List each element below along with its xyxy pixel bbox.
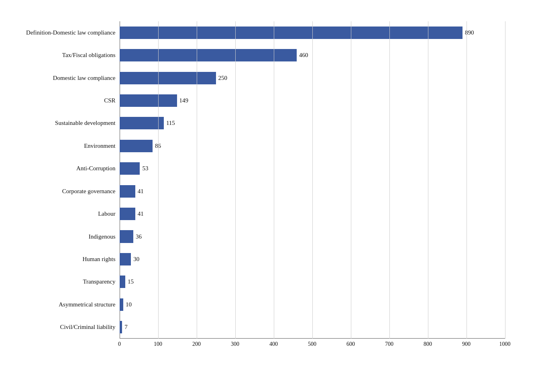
bar-value: 41: [138, 210, 144, 217]
bar-fill: [120, 230, 134, 243]
bar-label: Tax/Fiscal obligations: [62, 52, 116, 59]
bar-value: 250: [218, 75, 228, 82]
bar-value: 53: [142, 165, 148, 172]
bar-row: Tax/Fiscal obligations460: [120, 44, 505, 66]
chart-container: Definition-Domestic law compliance890Tax…: [15, 9, 529, 383]
bar-label: Anti-Corruption: [76, 165, 116, 172]
bar-value: 115: [166, 120, 175, 127]
bar-fill: [120, 117, 164, 129]
bar-label: Environment: [84, 143, 115, 149]
bar-row: Corporate governance41: [120, 180, 505, 202]
bar-label: CSR: [104, 97, 115, 104]
bar-value: 15: [128, 278, 134, 285]
bar-label: Corporate governance: [62, 188, 116, 195]
bar-row: Environment86: [120, 135, 505, 157]
bar-label: Labour: [98, 210, 115, 217]
bar-row: Indigenous36: [120, 225, 505, 248]
x-tick-label: 700: [385, 341, 393, 347]
bar-value: 86: [155, 143, 161, 149]
bar-row: Civil/Criminal liability7: [120, 316, 505, 338]
x-axis: 10020030040050060070080090010000: [120, 339, 505, 355]
bar-row: Labour41: [120, 202, 505, 225]
bar-label: Civil/Criminal liability: [60, 324, 116, 331]
bar-value: 41: [138, 188, 144, 195]
bar-value: 460: [299, 52, 308, 59]
bar-row: Sustainable development115: [120, 112, 505, 135]
bar-label: Definition-Domestic law compliance: [26, 29, 115, 36]
bars-wrapper: Definition-Domestic law compliance890Tax…: [120, 21, 505, 339]
bar-fill: [120, 208, 135, 220]
x-tick-label: 0: [118, 341, 121, 347]
bar-row: CSR149: [120, 89, 505, 112]
bar-fill: [120, 94, 177, 107]
x-tick-label: 500: [308, 341, 316, 347]
bar-fill: [120, 298, 124, 311]
x-tick-label: 300: [231, 341, 239, 347]
bar-fill: [120, 253, 131, 265]
chart-area: Definition-Domestic law compliance890Tax…: [120, 21, 505, 355]
bar-label: Indigenous: [89, 233, 116, 240]
bar-label: Domestic law compliance: [53, 75, 116, 82]
bar-label: Human rights: [82, 256, 115, 263]
bar-fill: [120, 72, 216, 84]
bar-value: 7: [124, 324, 128, 331]
x-tick-label: 600: [346, 341, 355, 347]
x-tick-label: 100: [154, 341, 162, 347]
bar-value: 149: [179, 97, 189, 104]
bar-row: Domestic law compliance250: [120, 67, 505, 89]
bar-row: Definition-Domestic law compliance890: [120, 21, 505, 44]
bar-label: Sustainable development: [55, 120, 115, 127]
x-tick-label: 800: [424, 341, 432, 347]
bar-fill: [120, 276, 125, 288]
bar-fill: [120, 27, 463, 39]
bar-value: 36: [136, 233, 142, 240]
bar-row: Transparency15: [120, 271, 505, 293]
bar-value: 890: [465, 29, 474, 36]
bar-fill: [120, 185, 135, 198]
x-tick-label: 200: [192, 341, 201, 347]
bar-value: 30: [133, 256, 139, 263]
grid-line: [505, 21, 505, 339]
bar-fill: [120, 162, 140, 175]
bar-label: Transparency: [83, 278, 115, 285]
x-tick-label: 400: [269, 341, 278, 347]
bar-fill: [120, 140, 153, 152]
bar-fill: [120, 49, 297, 61]
bar-row: Anti-Corruption53: [120, 157, 505, 180]
bar-fill: [120, 321, 122, 333]
bar-value: 10: [126, 301, 132, 308]
bar-row: Asymmetrical structure10: [120, 293, 505, 316]
bar-row: Human rights30: [120, 248, 505, 270]
x-tick-label: 900: [462, 341, 471, 347]
bar-label: Asymmetrical structure: [59, 301, 115, 308]
x-tick-label: 1000: [499, 341, 511, 347]
